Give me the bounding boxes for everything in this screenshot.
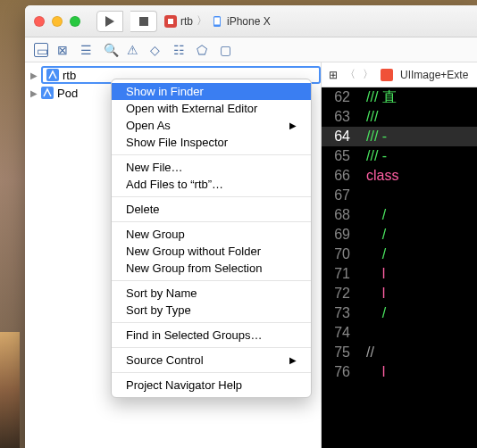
- menu-item[interactable]: Add Files to “rtb”…: [112, 176, 311, 193]
- line-number: 65: [322, 148, 366, 164]
- line-number: 70: [322, 246, 366, 262]
- xcodeproj-icon: [46, 69, 59, 81]
- menu-item-label: New Group: [126, 228, 185, 241]
- code-text: /// 直: [366, 88, 397, 107]
- report-navigator-icon[interactable]: ▢: [220, 43, 234, 57]
- code-line[interactable]: 72 l: [322, 284, 477, 303]
- code-line[interactable]: 73 /: [322, 303, 477, 323]
- menu-item[interactable]: Delete: [112, 201, 311, 218]
- navigator-toolbar: ▭ ⊠ ☰ 🔍 ⚠ ◇ ☷ ⬠ ▢: [25, 37, 477, 62]
- menu-item-label: Source Control: [126, 353, 204, 367]
- code-body[interactable]: 62/// 直63///64/// -65/// -66class6768 /6…: [322, 87, 477, 382]
- menu-item[interactable]: New Group from Selection: [112, 260, 311, 277]
- line-number: 73: [322, 305, 366, 321]
- line-number: 72: [322, 286, 366, 302]
- app-icon: [164, 15, 177, 28]
- menu-item-label: Find in Selected Groups…: [126, 328, 262, 342]
- find-navigator-icon[interactable]: 🔍: [104, 43, 118, 57]
- svg-rect-2: [168, 19, 173, 24]
- code-text: ///: [366, 109, 378, 125]
- menu-item-label: New Group without Folder: [126, 245, 261, 258]
- menu-item[interactable]: Find in Selected Groups…: [112, 327, 311, 344]
- code-line[interactable]: 65/// -: [322, 146, 477, 166]
- menu-separator: [112, 347, 311, 348]
- menu-item[interactable]: Open As▶: [112, 117, 311, 134]
- submenu-arrow-icon: ▶: [289, 355, 297, 365]
- svg-rect-0: [139, 17, 148, 26]
- menu-separator: [112, 221, 311, 222]
- code-line[interactable]: 71 l: [322, 264, 477, 284]
- menu-separator: [112, 372, 311, 373]
- code-line[interactable]: 74: [322, 323, 477, 343]
- back-button[interactable]: 〈: [345, 67, 356, 82]
- grid-icon[interactable]: ⊞: [329, 69, 338, 81]
- close-window-button[interactable]: [34, 16, 45, 27]
- disclosure-arrow-icon[interactable]: ▶: [30, 71, 38, 80]
- tree-item-label: rtb: [63, 69, 76, 82]
- line-number: 75: [322, 344, 366, 361]
- code-line[interactable]: 69 /: [322, 225, 477, 245]
- tree-item-label: Pod: [57, 87, 78, 100]
- project-navigator-icon[interactable]: ▭: [34, 43, 48, 57]
- code-text: //: [366, 344, 374, 361]
- stop-button[interactable]: [130, 11, 157, 32]
- svg-rect-4: [214, 17, 220, 24]
- menu-item[interactable]: Sort by Type: [112, 302, 311, 319]
- code-line[interactable]: 70 /: [322, 245, 477, 264]
- code-line[interactable]: 68 /: [322, 205, 477, 225]
- line-number: 76: [322, 364, 366, 380]
- menu-item-label: Show File Inspector: [126, 136, 228, 149]
- menu-item[interactable]: Show in Finder: [112, 83, 311, 100]
- menu-item-label: Show in Finder: [126, 85, 204, 98]
- run-button[interactable]: [96, 11, 123, 32]
- menu-item[interactable]: Sort by Name: [112, 285, 311, 302]
- code-text: /// -: [366, 148, 387, 164]
- code-line[interactable]: 75//: [322, 343, 477, 362]
- source-control-navigator-icon[interactable]: ⊠: [57, 43, 71, 57]
- breakpoint-navigator-icon[interactable]: ⬠: [197, 43, 211, 57]
- code-line[interactable]: 66class: [322, 166, 477, 186]
- menu-item[interactable]: Open with External Editor: [112, 100, 311, 117]
- menu-item-label: Open with External Editor: [126, 102, 257, 115]
- line-number: 68: [322, 207, 366, 223]
- menu-item[interactable]: Project Navigator Help: [112, 377, 311, 394]
- menu-item[interactable]: New File…: [112, 159, 311, 176]
- menu-item[interactable]: New Group: [112, 226, 311, 243]
- menu-item[interactable]: New Group without Folder: [112, 243, 311, 260]
- code-line[interactable]: 67: [322, 186, 477, 205]
- code-text: /: [366, 305, 386, 321]
- line-number: 63: [322, 109, 366, 125]
- menu-item[interactable]: Source Control▶: [112, 352, 311, 369]
- code-line[interactable]: 64/// -: [322, 127, 477, 146]
- menu-item-label: Sort by Name: [126, 286, 197, 300]
- code-text: class: [366, 168, 398, 184]
- test-navigator-icon[interactable]: ◇: [150, 43, 164, 57]
- debug-navigator-icon[interactable]: ☷: [173, 43, 188, 57]
- menu-item[interactable]: Show File Inspector: [112, 134, 311, 151]
- maximize-window-button[interactable]: [70, 16, 80, 27]
- code-line[interactable]: 62/// 直: [322, 87, 477, 107]
- code-line[interactable]: 63///: [322, 107, 477, 127]
- editor-jump-bar[interactable]: ⊞ 〈 〉 UIImage+Exte: [322, 62, 477, 87]
- scheme-selector[interactable]: rtb 〉 iPhone X: [164, 13, 271, 29]
- code-text: /: [366, 246, 386, 262]
- context-menu: Show in FinderOpen with External EditorO…: [111, 79, 312, 398]
- code-text: /: [366, 227, 386, 243]
- file-name: UIImage+Exte: [400, 69, 468, 81]
- menu-separator: [112, 196, 311, 197]
- code-editor: ⊞ 〈 〉 UIImage+Exte 62/// 直63///64/// -65…: [322, 62, 477, 448]
- issue-navigator-icon[interactable]: ⚠: [127, 43, 141, 57]
- breadcrumb-sep: 〉: [197, 13, 207, 29]
- code-line[interactable]: 76 l: [322, 362, 477, 382]
- disclosure-arrow-icon[interactable]: ▶: [30, 88, 38, 98]
- menu-item-label: New File…: [126, 161, 183, 174]
- scheme-name: rtb: [180, 15, 193, 28]
- xcode-window: rtb 〉 iPhone X ▭ ⊠ ☰ 🔍 ⚠ ◇ ☷ ⬠ ▢ ▶ rtb ▶: [25, 5, 477, 448]
- code-text: l: [366, 286, 385, 302]
- symbol-navigator-icon[interactable]: ☰: [80, 43, 95, 57]
- titlebar: rtb 〉 iPhone X: [25, 5, 477, 37]
- minimize-window-button[interactable]: [52, 16, 63, 27]
- code-text: l: [366, 364, 385, 380]
- forward-button[interactable]: 〉: [363, 67, 373, 82]
- menu-separator: [112, 154, 311, 155]
